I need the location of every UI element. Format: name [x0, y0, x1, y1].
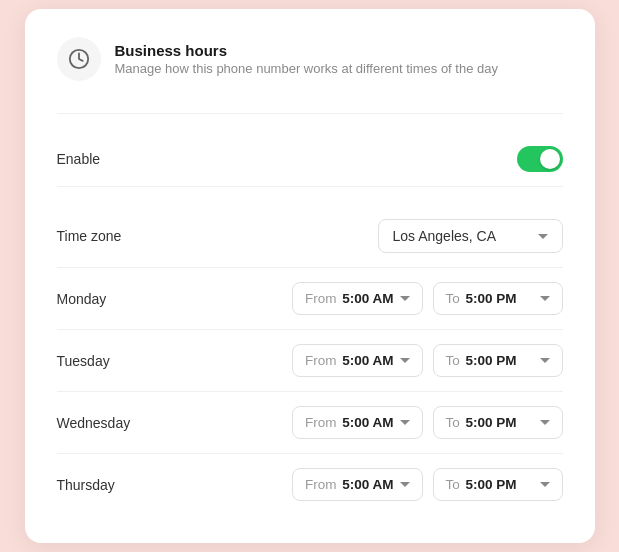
- business-hours-card: Business hours Manage how this phone num…: [25, 9, 595, 543]
- enable-row: Enable: [57, 132, 563, 186]
- card-title: Business hours: [115, 42, 498, 59]
- to-select-wednesday[interactable]: To 5:00 PM: [433, 406, 563, 439]
- to-value-thursday: 5:00 PM: [466, 477, 517, 492]
- from-chevron-icon: [400, 482, 410, 487]
- enable-label: Enable: [57, 151, 101, 167]
- time-controls-monday: From 5:00 AM To 5:00 PM: [292, 282, 563, 315]
- from-chevron-icon: [400, 358, 410, 363]
- divider-2: [57, 186, 563, 187]
- from-value-wednesday: 5:00 AM: [342, 415, 393, 430]
- from-value-thursday: 5:00 AM: [342, 477, 393, 492]
- clock-icon: [68, 48, 90, 70]
- to-chevron-icon: [540, 420, 550, 425]
- to-select-tuesday[interactable]: To 5:00 PM: [433, 344, 563, 377]
- day-row-wednesday: Wednesday From 5:00 AM To 5:00 PM: [57, 391, 563, 453]
- from-value-tuesday: 5:00 AM: [342, 353, 393, 368]
- card-subtitle: Manage how this phone number works at di…: [115, 61, 498, 76]
- day-row-tuesday: Tuesday From 5:00 AM To 5:00 PM: [57, 329, 563, 391]
- to-prefix: To: [446, 477, 464, 492]
- to-value-tuesday: 5:00 PM: [466, 353, 517, 368]
- from-prefix: From: [305, 291, 340, 306]
- time-controls-tuesday: From 5:00 AM To 5:00 PM: [292, 344, 563, 377]
- header-text: Business hours Manage how this phone num…: [115, 42, 498, 76]
- day-label-wednesday: Wednesday: [57, 415, 131, 431]
- to-value-monday: 5:00 PM: [466, 291, 517, 306]
- from-select-wednesday[interactable]: From 5:00 AM: [292, 406, 423, 439]
- card-header: Business hours Manage how this phone num…: [57, 37, 563, 89]
- time-controls-thursday: From 5:00 AM To 5:00 PM: [292, 468, 563, 501]
- day-row-thursday: Thursday From 5:00 AM To 5:00 PM: [57, 453, 563, 515]
- to-chevron-icon: [540, 358, 550, 363]
- to-prefix: To: [446, 415, 464, 430]
- to-select-monday[interactable]: To 5:00 PM: [433, 282, 563, 315]
- clock-icon-wrap: [57, 37, 101, 81]
- day-label-thursday: Thursday: [57, 477, 115, 493]
- from-chevron-icon: [400, 420, 410, 425]
- timezone-value: Los Angeles, CA: [393, 228, 497, 244]
- to-prefix: To: [446, 291, 464, 306]
- divider-1: [57, 113, 563, 114]
- from-prefix: From: [305, 477, 340, 492]
- to-chevron-icon: [540, 482, 550, 487]
- timezone-chevron-icon: [538, 234, 548, 239]
- timezone-select[interactable]: Los Angeles, CA: [378, 219, 563, 253]
- day-row-monday: Monday From 5:00 AM To 5:00 PM: [57, 267, 563, 329]
- from-select-thursday[interactable]: From 5:00 AM: [292, 468, 423, 501]
- day-label-monday: Monday: [57, 291, 107, 307]
- from-value-monday: 5:00 AM: [342, 291, 393, 306]
- from-prefix: From: [305, 353, 340, 368]
- from-prefix: From: [305, 415, 340, 430]
- from-chevron-icon: [400, 296, 410, 301]
- to-select-thursday[interactable]: To 5:00 PM: [433, 468, 563, 501]
- time-controls-wednesday: From 5:00 AM To 5:00 PM: [292, 406, 563, 439]
- days-container: Monday From 5:00 AM To 5:00 PM: [57, 267, 563, 515]
- from-select-tuesday[interactable]: From 5:00 AM: [292, 344, 423, 377]
- enable-toggle[interactable]: [517, 146, 563, 172]
- timezone-label: Time zone: [57, 228, 122, 244]
- to-chevron-icon: [540, 296, 550, 301]
- timezone-row: Time zone Los Angeles, CA: [57, 205, 563, 267]
- day-label-tuesday: Tuesday: [57, 353, 110, 369]
- to-value-wednesday: 5:00 PM: [466, 415, 517, 430]
- to-prefix: To: [446, 353, 464, 368]
- from-select-monday[interactable]: From 5:00 AM: [292, 282, 423, 315]
